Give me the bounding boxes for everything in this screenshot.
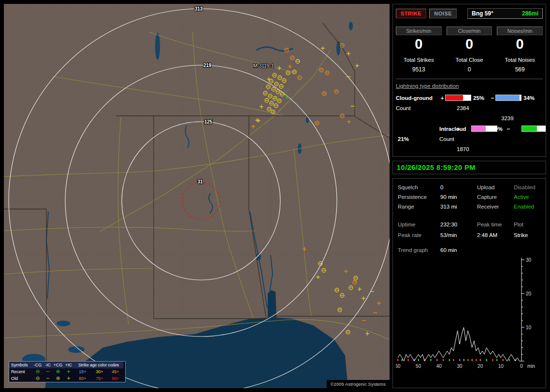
noises-per-min-button[interactable]: Noises/min: [497, 27, 543, 35]
system-status-section: Squelch 0 Upload Disabled Persistence 90…: [392, 178, 546, 388]
trend-graph-label: Trend graph: [398, 247, 440, 253]
upload-label: Upload: [477, 182, 514, 192]
bearing-readout: Bng 59° 286mi: [467, 8, 543, 19]
map-display: 313 219 125 31 M-3119-1: [4, 4, 390, 388]
intracloud-label: Intracloud: [439, 126, 445, 132]
total-close-label: Total Close: [447, 57, 492, 63]
section-divider: [396, 79, 543, 79]
age-90: 90+: [108, 375, 123, 382]
counters-section: STRIKE NOISE Bng 59° 286mi Strikes/min C…: [392, 4, 546, 157]
uptime-label: Uptime: [398, 219, 440, 230]
cloud-ground-pos-count: 2384: [445, 105, 490, 111]
strikes-per-min-button[interactable]: Strikes/min: [396, 27, 442, 35]
legend-col-pos-cg: +CG: [53, 362, 63, 368]
plot-label: Plot: [514, 219, 543, 230]
age-30: 30+: [91, 368, 108, 375]
storm-cell-label: M-3119-1: [253, 63, 274, 69]
legend-recent-label: Recent: [9, 368, 32, 375]
minus-sign: −: [495, 126, 521, 132]
plus-sign: +: [439, 95, 445, 101]
nexstorm-window: 313 219 125 31 M-3119-1 Symbols -CG -IC …: [0, 0, 550, 392]
cloud-ground-neg-bar: [495, 95, 521, 101]
legend-symbols-header: Symbols: [9, 362, 32, 368]
bearing-distance: 286mi: [522, 10, 538, 17]
neg-ic-old-icon: −: [43, 375, 53, 382]
lightning-map[interactable]: 313 219 125 31 M-3119-1 Symbols -CG -IC …: [4, 4, 390, 388]
plus-sign: +: [445, 126, 471, 132]
peak-time-label: Peak time: [477, 219, 514, 230]
neg-cg-recent-icon: ⊖: [32, 368, 43, 375]
cloud-ground-neg-count: 3239: [495, 115, 546, 121]
trend-graph: 3020106050403020100min: [396, 256, 543, 377]
upload-status: Disabled: [514, 182, 543, 192]
copyright-credit: ©2005 Astrogenic Systems: [327, 380, 390, 388]
legend-col-neg-ic: -IC: [43, 362, 53, 368]
persistence-label: Persistence: [398, 192, 440, 202]
ring-label-31: 31: [197, 179, 203, 184]
intracloud-neg-count: 2020: [495, 156, 546, 157]
map-legend: Symbols -CG -IC +CG +IC Strike age color…: [9, 361, 126, 382]
strikes-per-min-value: 0: [396, 36, 442, 52]
peak-rate-value: 53/min: [440, 230, 477, 240]
distribution-title: Lightning type distribution: [396, 83, 543, 89]
total-strikes-value: 9513: [396, 66, 442, 73]
trend-graph-window: 60 min: [440, 247, 543, 253]
capture-label: Capture: [477, 192, 514, 202]
uptime-value: 232:30: [440, 219, 477, 230]
age-45: 45+: [108, 368, 123, 375]
neg-cg-old-icon: ⊖: [32, 375, 43, 382]
svg-text:30: 30: [457, 364, 463, 369]
noises-per-min-value: 0: [497, 36, 543, 52]
cloud-ground-pos-pct: 25%: [471, 95, 490, 101]
squelch-value: 0: [440, 182, 477, 192]
ring-label-219: 219: [203, 63, 212, 68]
strike-mode-button[interactable]: STRIKE: [396, 9, 426, 18]
noise-mode-button[interactable]: NOISE: [429, 9, 457, 18]
receiver-status: Enabled: [514, 202, 543, 211]
svg-text:50: 50: [416, 364, 421, 369]
cloud-ground-label: Cloud-ground: [396, 95, 439, 101]
pos-cg-recent-icon: ⊕: [53, 368, 63, 375]
persistence-value: 90 min: [440, 192, 477, 202]
intracloud-neg-bar: [521, 126, 546, 132]
intracloud-pos-count: 1870: [445, 146, 490, 152]
legend-col-pos-ic: +IC: [63, 362, 74, 368]
svg-text:20: 20: [526, 291, 532, 296]
peak-rate-label: Peak rate: [398, 230, 440, 240]
svg-text:0: 0: [520, 364, 523, 369]
neg-ic-recent-icon: −: [43, 368, 53, 375]
bearing-value: Bng 59°: [472, 10, 493, 17]
total-noises-label: Total Noises: [497, 57, 543, 63]
svg-text:10: 10: [526, 325, 532, 330]
ring-label-313: 313: [195, 6, 203, 12]
legend-old-label: Old: [9, 375, 32, 382]
legend-age-header: Strike age color codes: [74, 362, 123, 368]
current-datetime: 10/26/2025 8:59:20 PM: [397, 164, 542, 171]
age-15: 15+: [74, 368, 91, 375]
total-strikes-label: Total Strikes: [396, 57, 442, 63]
range-value: 313 mi: [440, 202, 477, 211]
intracloud-neg-pct: 21%: [396, 136, 439, 142]
capture-status: Active: [514, 192, 543, 202]
receiver-label: Receiver: [477, 202, 514, 211]
legend-col-neg-cg: -CG: [32, 362, 43, 368]
intracloud-pos-pct: 20%: [490, 126, 495, 132]
status-panel: STRIKE NOISE Bng 59° 286mi Strikes/min C…: [392, 4, 546, 388]
total-noises-value: 569: [497, 66, 543, 73]
peak-time-value: 2:48 AM: [477, 230, 514, 240]
count-label: Count: [439, 136, 445, 142]
plot-value: Strike: [514, 230, 543, 240]
range-label: Range: [398, 202, 440, 211]
age-60: 60+: [74, 375, 91, 382]
svg-text:30: 30: [526, 257, 532, 263]
close-per-min-button[interactable]: Close/min: [447, 27, 492, 35]
age-75: 75+: [91, 375, 108, 382]
svg-text:40: 40: [436, 364, 442, 369]
svg-text:min: min: [527, 364, 535, 369]
cloud-ground-pos-bar: [445, 95, 471, 101]
close-per-min-value: 0: [447, 36, 492, 52]
total-close-value: 0: [447, 66, 492, 73]
svg-text:20: 20: [478, 364, 483, 369]
cloud-ground-neg-pct: 34%: [521, 95, 546, 101]
datetime-box: 10/26/2025 8:59:20 PM: [392, 161, 546, 174]
